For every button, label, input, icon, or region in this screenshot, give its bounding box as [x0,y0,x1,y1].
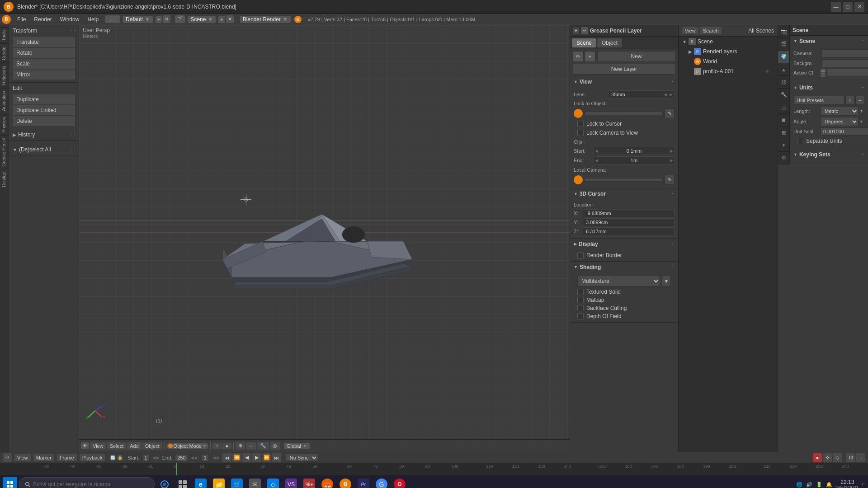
prop-tab-constraints[interactable]: ⛓ [778,76,789,89]
clip-swatch[interactable]: 🎬 [821,69,826,77]
engine-icon[interactable]: B [294,16,302,23]
taskbar-dropbox[interactable]: ◇ [265,476,281,488]
clip-start-input[interactable]: ◀ 0.1mm ▶ [594,147,675,155]
shading-solid-btn[interactable]: ● [222,443,231,449]
clip-end-input[interactable]: ◀ 1m ▶ [594,156,675,164]
scene-icon[interactable]: 🎬 [175,15,185,23]
maximize-button[interactable]: □ [843,2,853,12]
tab-physics[interactable]: Physics [0,114,9,135]
prop-tab-render[interactable]: 📷 [778,25,789,38]
scale-button[interactable]: Scale [13,59,75,69]
tl-end-input[interactable]: 250 [175,454,188,461]
tl-end-right[interactable]: ▶ [195,455,198,460]
active-clip-input[interactable] [826,69,868,77]
taskbar-network[interactable]: 🌐 [796,482,802,488]
menu-file[interactable]: File [14,15,29,23]
render-border-checkbox[interactable] [577,252,584,258]
tl-sync-icon[interactable]: 🔄 [109,455,116,461]
prop-tab-modifier[interactable]: 🔧 [778,89,789,101]
prop-tab-object[interactable]: ▲ [778,63,789,76]
prop-tab-physics2[interactable]: ⚙ [778,152,789,164]
rotate-button[interactable]: Rotate [13,48,75,58]
global-selector[interactable]: Global ▼ [284,443,310,449]
lens-arr-left[interactable]: ◀ [662,92,668,97]
translate-button[interactable]: Translate [13,37,75,47]
tl-record-btn[interactable]: ● [813,453,822,462]
background-input[interactable] [821,59,868,67]
tl-cur-right[interactable]: ▶ [217,455,220,460]
deselect-header[interactable]: ▼ (De)select All ⋯ [9,144,79,155]
action-center[interactable]: □ [862,482,865,487]
dof-checkbox[interactable] [577,313,584,319]
display-section-header[interactable]: ▶ Display ⋯ [570,239,678,249]
taskbar-clock[interactable]: 22:13 26/02/2021 [836,479,859,488]
taskbar-search[interactable] [19,477,155,488]
tl-start-input[interactable]: 1 [142,454,150,461]
tl-current-input[interactable]: 1 [202,454,209,461]
lens-input[interactable]: 35mm ◀ ▶ [608,90,675,99]
scene-section-header[interactable]: ▼ Scene ⋯ [790,36,868,47]
scene-plus[interactable]: + [218,16,225,23]
viewport[interactable]: User Persp Meters [79,25,570,452]
tl-icon[interactable]: ⏱ [3,453,12,462]
taskbar-winrar[interactable]: 99+ [301,476,317,488]
gp-tab-scene[interactable]: Scene [572,38,596,47]
tl-btn-2[interactable]: → [856,453,865,462]
shading-arr[interactable]: ▼ [662,276,671,286]
history-header[interactable]: ▶ History ⋯ [9,129,79,140]
tab-animation[interactable]: Animation [0,88,9,113]
play-reverse-btn[interactable]: ◀ [242,453,251,462]
play-btn[interactable]: ▶ [252,453,261,462]
jump-end-btn[interactable]: ⏭ [272,453,281,462]
menu-window[interactable]: Window [57,15,83,23]
lens-arr-right[interactable]: ▶ [668,92,674,97]
transform-btn[interactable]: ↔ [246,442,256,450]
outliner-world[interactable]: ▶ W World [685,56,778,66]
unit-scale-input[interactable] [821,127,868,136]
renderer-selector[interactable]: Blender Render ▼ [240,16,291,23]
lock-cursor-checkbox[interactable] [577,121,584,127]
taskbar-store[interactable]: 🛒 [229,476,245,488]
taskbar-mail[interactable]: ✉ [247,476,263,488]
textured-solid-checkbox[interactable] [577,289,584,295]
vp-view-btn[interactable]: 👁 [81,442,89,449]
view-section-header[interactable]: ▼ View ⋯ [570,76,678,87]
taskbar-sound[interactable]: 🔊 [806,482,812,488]
tl-keyframe-btn[interactable]: ⊹ [823,453,832,462]
tl-cur-left[interactable]: ◀ [212,455,216,460]
tab-tools[interactable]: Tools [0,27,9,43]
unit-presets-btn[interactable]: Unit Presets [793,96,844,105]
tl-start-left[interactable]: ◀ [152,455,156,460]
tab-create[interactable]: Create [0,43,9,63]
tl-btn-1[interactable]: ⊡ [846,453,855,462]
object-mode-btn[interactable]: Object Mode ▼ [166,443,208,449]
menu-render[interactable]: Render [30,15,55,23]
gp-tab-object[interactable]: Object [597,38,622,47]
taskbar-opera[interactable]: O [392,476,408,488]
outliner-scene[interactable]: ▼ S Scene [679,37,778,47]
workspace-selector[interactable]: Default ▼ [123,16,153,23]
close-button[interactable]: ✕ [854,2,864,12]
local-camera-icon-btn[interactable]: ✎ [665,175,675,185]
vp-select-label[interactable]: Select [107,442,127,450]
taskbar-battery[interactable]: 🔋 [816,482,822,488]
keying-sets-header[interactable]: ▼ Keying Sets ⋯ [790,149,868,160]
vp-object-label[interactable]: Object [142,442,162,450]
outliner-view-btn[interactable]: View [682,27,698,34]
draw-type-btn[interactable]: ○ [212,443,222,449]
duplicate-button[interactable]: Duplicate [13,94,75,104]
workspace-plus[interactable]: + [156,16,162,23]
cursor-3d-header[interactable]: ▼ 3D Cursor ⋯ [570,188,678,199]
lock-camera-checkbox[interactable] [577,130,584,136]
transform-header[interactable]: Transform ⋯ [9,25,79,36]
backface-culling-checkbox[interactable] [577,305,584,311]
gp-collapse-btn[interactable]: ▼ [573,28,579,34]
outliner-renderlayers[interactable]: ▶ R RenderLayers [685,47,778,56]
shading-mode-select[interactable]: Multitexture [577,276,660,286]
blender-menu-logo[interactable]: B [2,15,11,24]
lock-object-icon-btn[interactable]: ✎ [665,108,675,118]
angle-select[interactable]: Degrees [821,117,859,126]
camera-input[interactable] [821,49,868,57]
prop-tab-material[interactable]: ◼ [778,114,789,127]
timeline-track[interactable]: -50 -40 -30 -20 -10 0 10 20 30 40 50 60 … [0,463,868,475]
